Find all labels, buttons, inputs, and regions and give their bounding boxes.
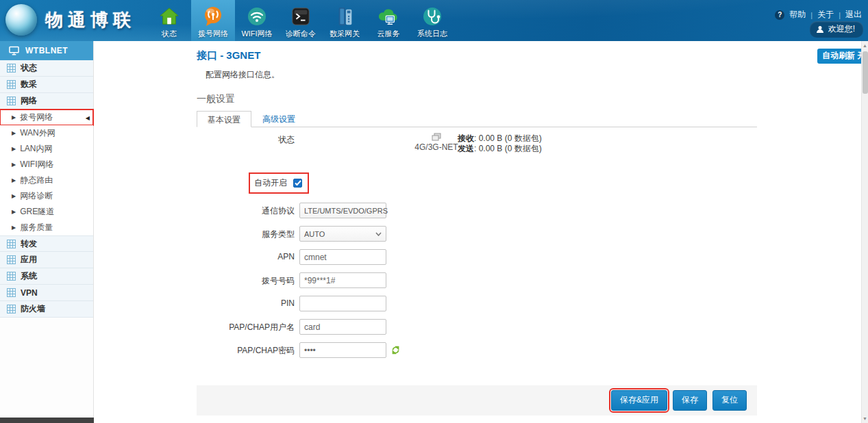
password-field-wrap xyxy=(299,342,386,358)
stethoscope-icon xyxy=(421,5,444,28)
main-nav: 状态 拨号网络 WIFI网络 诊断命令 xyxy=(147,0,454,41)
tab-basic-settings[interactable]: 基本设置 xyxy=(197,111,251,127)
service-type-select[interactable]: AUTO xyxy=(299,226,386,242)
auto-refresh-toggle[interactable]: 自动刷新 开 xyxy=(817,49,868,64)
sidebar-item-network-diagnostics[interactable]: ▶ 网络诊断 xyxy=(0,188,93,204)
nav-label: WIFI网络 xyxy=(241,29,272,39)
about-link[interactable]: 关于 xyxy=(817,9,834,21)
sidebar-item-applications[interactable]: 应用 xyxy=(0,252,93,268)
sidebar-header-label: WTBLNET xyxy=(25,46,68,55)
save-button[interactable]: 保存 xyxy=(673,390,707,411)
nav-item-status[interactable]: 状态 xyxy=(147,0,191,41)
refresh-icon[interactable] xyxy=(391,345,400,357)
apn-field[interactable] xyxy=(299,249,386,265)
scroll-down-icon[interactable]: ▼ xyxy=(862,416,868,421)
protocol-select[interactable]: LTE/UMTS/EVDO/GPRS xyxy=(299,203,386,218)
sidebar-item-label: 转发 xyxy=(21,238,37,250)
sidebar-item-static-route[interactable]: ▶ 静态路由 xyxy=(0,172,93,188)
field-label: PAP/CHAP密码 xyxy=(197,345,295,357)
reset-button[interactable]: 复位 xyxy=(712,390,747,411)
auto-start-checkbox[interactable] xyxy=(293,179,302,188)
grid-icon xyxy=(7,97,16,105)
bottom-strip xyxy=(0,418,94,423)
main-content: 自动刷新 开 接口 - 3GNET 配置网络接口信息。 一般设置 基本设置 高级… xyxy=(94,41,861,423)
section-title: 一般设置 xyxy=(197,93,235,105)
rx-value: : 0.00 B (0 数据包) xyxy=(474,133,542,143)
brand-logo: 物通博联 xyxy=(5,4,136,36)
nav-label: 系统日志 xyxy=(417,29,447,39)
top-links: ? 帮助 | 关于 | 退出 xyxy=(775,9,862,21)
sidebar-item-wifi[interactable]: ▶ WIFI网络 xyxy=(0,157,93,172)
nav-item-cloud-service[interactable]: 云服务 xyxy=(367,0,410,41)
nav-label: 拨号网络 xyxy=(198,29,228,39)
nav-item-system-log[interactable]: 系统日志 xyxy=(410,0,454,41)
sidebar-item-network[interactable]: 网络 xyxy=(0,93,93,110)
sidebar-item-forwarding[interactable]: 转发 xyxy=(0,235,93,252)
pap-chap-password-field[interactable] xyxy=(299,342,386,358)
field-label: 拨号号码 xyxy=(197,275,295,287)
sidebar-item-lan[interactable]: ▶ LAN内网 xyxy=(0,141,93,157)
nav-item-dialup-network[interactable]: 拨号网络 xyxy=(191,0,235,41)
sidebar-item-label: WIFI网络 xyxy=(20,159,53,170)
select-value: LTE/UMTS/EVDO/GPRS xyxy=(304,207,388,215)
auto-start-group: 自动开启 xyxy=(250,174,308,192)
welcome-badge[interactable]: 欢迎您! xyxy=(810,21,863,38)
sidebar-item-label: 服务质量 xyxy=(20,222,53,233)
sidebar-item-vpn[interactable]: VPN xyxy=(0,285,93,301)
arrow-right-icon: ▶ xyxy=(12,225,16,231)
sidebar-item-status[interactable]: 状态 xyxy=(0,60,93,77)
nav-label: 诊断命令 xyxy=(286,29,316,39)
sidebar-item-gre-tunnel[interactable]: ▶ GRE隧道 xyxy=(0,204,93,220)
sidebar-item-system[interactable]: 系统 xyxy=(0,268,93,285)
dialup-icon xyxy=(201,5,225,28)
sidebar-item-label: 网络 xyxy=(21,95,37,107)
nav-item-data-gateway[interactable]: 数采网关 xyxy=(323,0,367,41)
tx-label: 发送 xyxy=(458,144,474,153)
scroll-up-icon[interactable]: ▲ xyxy=(862,43,868,48)
sidebar-item-label: 系统 xyxy=(21,270,37,282)
divider: | xyxy=(839,11,841,19)
scrollbar-thumb[interactable] xyxy=(863,51,868,94)
select-value: AUTO xyxy=(304,230,325,238)
grid-icon xyxy=(7,64,16,73)
sidebar-item-dialup-network[interactable]: ▶ 拨号网络 ◀ xyxy=(0,110,93,125)
help-link[interactable]: 帮助 xyxy=(789,9,806,21)
sidebar-item-firewall[interactable]: 防火墙 xyxy=(0,301,93,318)
topbar: 物通博联 状态 拨号网络 WIFI网络 xyxy=(0,0,868,41)
help-icon[interactable]: ? xyxy=(775,10,784,20)
wifi-icon xyxy=(245,5,269,28)
grid-icon xyxy=(7,80,16,89)
sidebar-header: WTBLNET xyxy=(0,41,93,60)
terminal-icon xyxy=(289,5,312,28)
field-label: APN xyxy=(197,252,295,261)
page-scrollbar[interactable]: ▲ ▼ xyxy=(861,41,868,423)
sidebar-item-wan[interactable]: ▶ WAN外网 xyxy=(0,125,93,141)
status-label: 状态 xyxy=(197,134,295,146)
nav-label: 云服务 xyxy=(377,29,400,39)
tab-advanced-settings[interactable]: 高级设置 xyxy=(251,111,306,127)
pin-field[interactable] xyxy=(299,296,386,311)
arrow-left-icon: ◀ xyxy=(86,115,90,121)
save-apply-button[interactable]: 保存&应用 xyxy=(611,390,667,411)
arrow-right-icon: ▶ xyxy=(12,193,16,199)
brand-name: 物通博联 xyxy=(45,8,136,32)
home-icon xyxy=(158,5,181,28)
dial-number-field-wrap xyxy=(299,272,386,288)
sidebar-item-data-acquisition[interactable]: 数采 xyxy=(0,77,93,93)
user-icon xyxy=(816,25,824,34)
pin-field-wrap xyxy=(299,296,386,311)
form-footer: 保存&应用 保存 复位 xyxy=(197,385,757,415)
logout-link[interactable]: 退出 xyxy=(845,9,862,21)
nav-label: 数采网关 xyxy=(330,29,360,39)
page-subtitle: 配置网络接口信息。 xyxy=(206,69,280,81)
dial-number-field[interactable] xyxy=(299,272,386,288)
nav-item-wifi-network[interactable]: WIFI网络 xyxy=(235,0,279,41)
sidebar-item-label: LAN内网 xyxy=(20,143,52,155)
chevron-down-icon xyxy=(375,232,382,236)
grid-icon xyxy=(7,240,16,248)
auto-refresh-label: 自动刷新 xyxy=(822,51,855,60)
interface-name: 4G/3G-NET xyxy=(414,142,458,152)
nav-item-diagnostics[interactable]: 诊断命令 xyxy=(279,0,323,41)
pap-chap-username-field[interactable] xyxy=(299,319,386,335)
sidebar-item-qos[interactable]: ▶ 服务质量 xyxy=(0,220,93,235)
